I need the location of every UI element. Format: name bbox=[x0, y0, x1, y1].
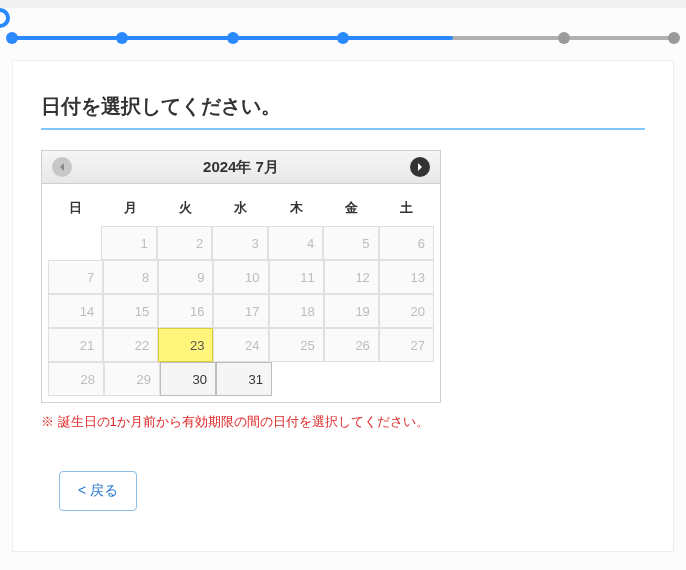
calendar-empty bbox=[380, 362, 434, 396]
calendar-day: 25 bbox=[269, 328, 324, 362]
calendar-day: 14 bbox=[48, 294, 103, 328]
calendar-day: 20 bbox=[379, 294, 434, 328]
calendar-day: 4 bbox=[268, 226, 323, 260]
progress-bar bbox=[0, 8, 686, 56]
calendar-dow: 火 bbox=[158, 190, 213, 226]
progress-step-pending bbox=[558, 32, 570, 44]
next-month-icon[interactable] bbox=[410, 157, 430, 177]
calendar-day: 8 bbox=[103, 260, 158, 294]
calendar-day: 10 bbox=[213, 260, 268, 294]
calendar-day: 18 bbox=[269, 294, 324, 328]
progress-step-done bbox=[116, 32, 128, 44]
calendar-dow: 月 bbox=[103, 190, 158, 226]
calendar-day: 29 bbox=[104, 362, 160, 396]
calendar-dow: 木 bbox=[269, 190, 324, 226]
calendar-header: 2024年 7月 bbox=[42, 151, 440, 184]
calendar-day: 19 bbox=[324, 294, 379, 328]
calendar-grid: 日月火水木金土123456789101112131415161718192021… bbox=[42, 184, 440, 402]
calendar-dow: 水 bbox=[213, 190, 268, 226]
calendar: 2024年 7月 日月火水木金土123456789101112131415161… bbox=[41, 150, 441, 403]
calendar-day: 27 bbox=[379, 328, 434, 362]
calendar-day: 16 bbox=[158, 294, 213, 328]
back-button[interactable]: < 戻る bbox=[59, 471, 137, 511]
calendar-day: 2 bbox=[157, 226, 212, 260]
calendar-day: 28 bbox=[48, 362, 104, 396]
calendar-day: 9 bbox=[158, 260, 213, 294]
progress-step-current bbox=[0, 8, 10, 28]
calendar-day: 7 bbox=[48, 260, 103, 294]
calendar-day: 12 bbox=[324, 260, 379, 294]
page-title: 日付を選択してください。 bbox=[41, 93, 645, 130]
calendar-day: 21 bbox=[48, 328, 103, 362]
calendar-month-label: 2024年 7月 bbox=[203, 158, 279, 177]
content-card: 日付を選択してください。 2024年 7月 日月火水木金土12345678910… bbox=[12, 60, 674, 552]
calendar-day: 5 bbox=[323, 226, 378, 260]
prev-month-icon bbox=[52, 157, 72, 177]
calendar-dow: 日 bbox=[48, 190, 103, 226]
calendar-day: 15 bbox=[103, 294, 158, 328]
calendar-day[interactable]: 30 bbox=[160, 362, 216, 396]
calendar-day: 1 bbox=[101, 226, 156, 260]
calendar-day: 17 bbox=[213, 294, 268, 328]
calendar-day[interactable]: 31 bbox=[216, 362, 272, 396]
validation-note: ※ 誕生日の1か月前から有効期限の間の日付を選択してください。 bbox=[41, 413, 645, 431]
calendar-dow: 土 bbox=[379, 190, 434, 226]
calendar-day: 6 bbox=[379, 226, 434, 260]
progress-step-done bbox=[337, 32, 349, 44]
calendar-empty bbox=[326, 362, 380, 396]
calendar-dow: 金 bbox=[324, 190, 379, 226]
calendar-day: 26 bbox=[324, 328, 379, 362]
calendar-empty bbox=[272, 362, 326, 396]
calendar-day: 23 bbox=[158, 328, 213, 362]
calendar-empty bbox=[48, 226, 101, 260]
progress-step-done bbox=[6, 32, 18, 44]
calendar-day: 22 bbox=[103, 328, 158, 362]
progress-step-done bbox=[227, 32, 239, 44]
progress-step-pending bbox=[668, 32, 680, 44]
calendar-day: 11 bbox=[269, 260, 324, 294]
calendar-day: 13 bbox=[379, 260, 434, 294]
calendar-day: 24 bbox=[213, 328, 268, 362]
calendar-day: 3 bbox=[212, 226, 267, 260]
